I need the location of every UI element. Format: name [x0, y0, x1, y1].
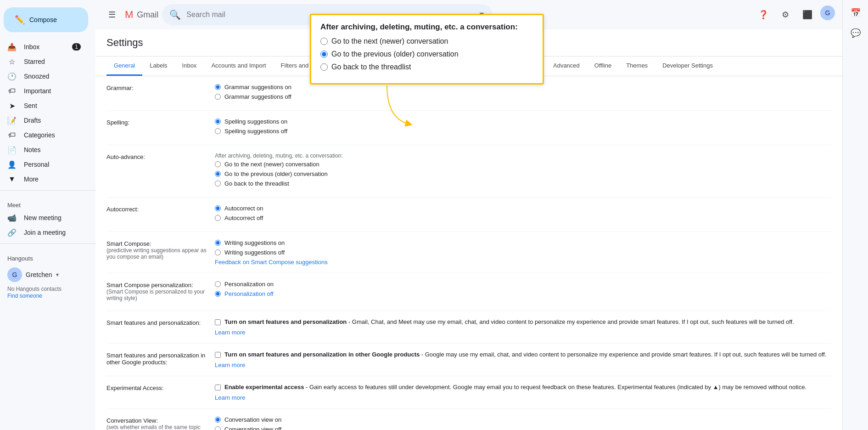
conversation-view-content: Conversation view on Conversation view o… — [215, 416, 831, 430]
tab-general[interactable]: General — [106, 57, 142, 76]
personal-label: Personal — [24, 161, 81, 168]
autocorrect-label: Autocorrect: — [106, 205, 207, 213]
user-avatar[interactable]: G — [820, 6, 835, 20]
conv-off-radio[interactable] — [215, 426, 221, 430]
sidebar-item-join-meeting[interactable]: 🔗 Join a meeting — [0, 225, 88, 240]
sidebar-item-personal[interactable]: 👤 Personal — [0, 157, 88, 172]
grammar-on-label: Grammar suggestions on — [224, 84, 291, 91]
tab-accounts[interactable]: Accounts and Import — [204, 57, 273, 76]
settings-body: Grammar: Grammar suggestions on Grammar … — [95, 76, 842, 430]
autocorrect-on-label: Autocorrect on — [224, 205, 263, 212]
smart-features-checkbox[interactable] — [215, 319, 221, 325]
auto-advance-thread-radio[interactable] — [215, 181, 221, 187]
chat-icon-btn[interactable]: 💬 — [846, 24, 865, 42]
apps-icon[interactable]: ⬛ — [798, 6, 817, 24]
tab-themes[interactable]: Themes — [619, 57, 655, 76]
spelling-on-radio[interactable] — [215, 119, 221, 124]
smart-compose-sub: (predictive writing suggestions appear a… — [106, 247, 207, 260]
smart-features-other-learn-more[interactable]: Learn more — [215, 362, 831, 368]
search-icon: 🔍 — [169, 9, 181, 20]
conv-on-option: Conversation view on — [215, 416, 831, 423]
tooltip-next-label: Go to the next (newer) conversation — [331, 37, 448, 45]
smart-features-learn-more[interactable]: Learn more — [215, 329, 831, 336]
tab-offline[interactable]: Offline — [587, 57, 619, 76]
sidebar: ✏️ Compose 📥 Inbox 1 ☆ Starred 🕐 Snoozed… — [0, 0, 95, 430]
auto-advance-content: After archiving, deleting, muting, etc. … — [215, 153, 831, 190]
auto-advance-next-radio[interactable] — [215, 161, 221, 167]
tab-labels[interactable]: Labels — [142, 57, 174, 76]
find-someone-link[interactable]: Find someone — [7, 293, 42, 299]
autocorrect-off-radio[interactable] — [215, 215, 221, 221]
sidebar-item-new-meeting[interactable]: 📹 New meeting — [0, 210, 88, 225]
settings-icon[interactable]: ⚙ — [776, 6, 795, 24]
meet-icon-btn[interactable]: 📅 — [846, 4, 865, 22]
compose-button[interactable]: ✏️ Compose — [4, 7, 88, 32]
conversation-view-sub: (sets whether emails of the same topic a… — [106, 424, 207, 430]
spelling-off-option: Spelling suggestions off — [215, 128, 831, 135]
smart-features-other-checkbox-label: Turn on smart features and personalizati… — [224, 351, 827, 358]
experimental-checkbox[interactable] — [215, 385, 221, 390]
sidebar-item-drafts[interactable]: 📝 Drafts — [0, 113, 88, 128]
tooltip-next-radio[interactable] — [320, 38, 328, 45]
tooltip-thread-option: Go back to the threadlist — [320, 63, 533, 71]
smart-features-checkbox-label: Turn on smart features and personalizati… — [224, 318, 794, 325]
drafts-label: Drafts — [24, 117, 81, 124]
smart-features-other-checkbox[interactable] — [215, 352, 221, 358]
sidebar-item-categories[interactable]: 🏷 Categories — [0, 128, 88, 142]
tooltip-thread-radio[interactable] — [320, 63, 328, 71]
writing-off-radio[interactable] — [215, 249, 221, 255]
tab-inbox[interactable]: Inbox — [175, 57, 204, 76]
writing-on-radio[interactable] — [215, 240, 221, 246]
conv-on-radio[interactable] — [215, 417, 221, 423]
hangout-chevron: ▾ — [56, 272, 59, 278]
sidebar-item-inbox[interactable]: 📥 Inbox 1 — [0, 40, 88, 54]
experimental-checkbox-option: Enable experimental access - Gain early … — [215, 384, 831, 390]
auto-advance-prev-radio[interactable] — [215, 171, 221, 177]
tooltip-prev-radio[interactable] — [320, 51, 328, 58]
sidebar-item-important[interactable]: 🏷 Important — [0, 84, 88, 98]
personalization-off-option: Personalization off — [215, 290, 831, 297]
conversation-view-title: Conversation View: — [106, 417, 207, 424]
important-icon: 🏷 — [7, 87, 17, 95]
help-icon[interactable]: ❓ — [754, 6, 773, 24]
experimental-access-label: Experimental Access: — [106, 384, 207, 391]
experimental-learn-more[interactable]: Learn more — [215, 394, 831, 401]
sidebar-item-notes[interactable]: 📄 Notes — [0, 142, 88, 157]
autocorrect-row: Autocorrect: Autocorrect on Autocorrect … — [106, 198, 831, 232]
personalization-on-label: Personalization on — [224, 281, 274, 288]
personalization-on-radio[interactable] — [215, 281, 221, 287]
smart-compose-personalization-content: Personalization on Personalization off — [215, 281, 831, 300]
autocorrect-on-radio[interactable] — [215, 205, 221, 211]
grammar-off-radio[interactable] — [215, 94, 221, 100]
join-meeting-icon: 🔗 — [7, 228, 17, 237]
sidebar-item-more[interactable]: ▼ More — [0, 172, 88, 187]
tab-developer[interactable]: Developer Settings — [655, 57, 720, 76]
grammar-on-radio[interactable] — [215, 84, 221, 90]
writing-off-label: Writing suggestions off — [224, 249, 285, 256]
spelling-off-label: Spelling suggestions off — [224, 128, 287, 135]
auto-advance-description: After archiving, deleting, muting, etc. … — [215, 153, 831, 159]
no-hangouts-contacts: No Hangouts contacts — [7, 286, 88, 292]
categories-icon: 🏷 — [7, 131, 17, 139]
spelling-off-radio[interactable] — [215, 128, 221, 134]
autocorrect-off-label: Autocorrect off — [224, 215, 263, 221]
new-meeting-label: New meeting — [24, 214, 81, 221]
autocorrect-on-option: Autocorrect on — [215, 205, 831, 212]
auto-advance-thread-option: Go back to the threadlist — [215, 180, 831, 187]
smart-compose-title: Smart Compose: — [106, 240, 207, 247]
hangouts-section-header: Hangouts — [0, 251, 95, 264]
sidebar-item-starred[interactable]: ☆ Starred — [0, 54, 88, 69]
menu-icon[interactable]: ☰ — [103, 6, 121, 24]
smart-compose-row: Smart Compose: (predictive writing sugge… — [106, 232, 831, 273]
smart-compose-label: Smart Compose: (predictive writing sugge… — [106, 239, 207, 262]
smart-compose-feedback-link[interactable]: Feedback on Smart Compose suggestions — [215, 259, 831, 266]
compose-label: Compose — [29, 16, 57, 23]
personalization-off-radio[interactable] — [215, 291, 221, 297]
auto-advance-next-label: Go to the next (newer) conversation — [224, 161, 319, 168]
sidebar-item-snoozed[interactable]: 🕐 Snoozed — [0, 69, 88, 84]
sidebar-item-sent[interactable]: ➤ Sent — [0, 98, 88, 113]
more-label: More — [24, 175, 81, 183]
tab-advanced[interactable]: Advanced — [546, 57, 587, 76]
drafts-icon: 📝 — [7, 116, 17, 125]
hangout-user-name: Gretchen — [26, 271, 52, 278]
